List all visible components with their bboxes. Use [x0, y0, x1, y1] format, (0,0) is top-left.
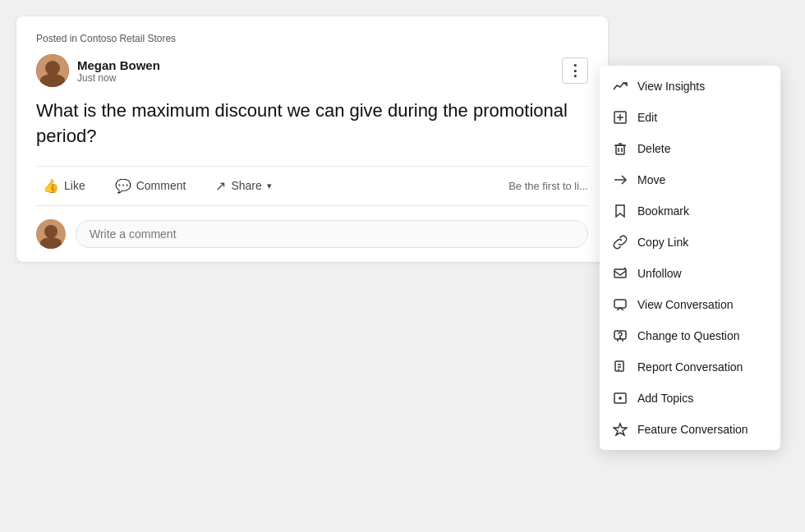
comment-section — [36, 205, 588, 262]
menu-item-edit[interactable]: Edit — [600, 102, 780, 133]
author-details: Megan Bowen Just now — [77, 58, 160, 84]
menu-item-view-conversation[interactable]: View Conversation — [600, 289, 780, 320]
author-info: Megan Bowen Just now — [36, 54, 160, 87]
view-conversation-icon — [613, 297, 628, 312]
posted-in-label: Posted in Contoso Retail Stores — [36, 33, 588, 44]
svg-rect-9 — [614, 269, 626, 277]
author-time: Just now — [77, 72, 160, 84]
context-menu: View Insights Edit Delete Move — [600, 66, 780, 450]
menu-item-delete[interactable]: Delete — [600, 133, 780, 164]
menu-item-feature-conversation[interactable]: Feature Conversation — [600, 414, 780, 445]
more-options-button[interactable]: ⋮ — [562, 57, 588, 84]
actions-row: 👍 Like 💬 Comment ↗ Share ▾ Be the first … — [36, 166, 588, 205]
like-button[interactable]: 👍 Like — [36, 175, 92, 197]
be-first-label: Be the first to li... — [508, 180, 588, 192]
post-title: What is the maximum discount we can give… — [36, 99, 588, 149]
menu-item-change-to-question[interactable]: Change to Question — [600, 320, 780, 351]
svg-marker-23 — [614, 424, 627, 435]
comment-button[interactable]: 💬 Comment — [108, 175, 193, 197]
more-dots-icon: ⋮ — [568, 62, 582, 80]
post-card: Posted in Contoso Retail Stores Megan Bo… — [16, 16, 608, 262]
menu-item-unfollow[interactable]: Unfollow — [600, 258, 780, 289]
like-icon: 👍 — [43, 178, 59, 194]
delete-icon — [613, 141, 628, 156]
unfollow-icon — [613, 266, 628, 281]
menu-item-add-topics[interactable]: Add Topics — [600, 383, 780, 414]
author-row: Megan Bowen Just now ⋮ — [36, 54, 588, 87]
menu-item-view-insights[interactable]: View Insights — [600, 71, 780, 102]
share-button[interactable]: ↗ Share ▾ — [209, 175, 278, 197]
author-name: Megan Bowen — [77, 58, 160, 72]
menu-item-bookmark[interactable]: Bookmark — [600, 195, 780, 227]
edit-icon — [613, 110, 628, 125]
add-topics-icon — [613, 391, 628, 406]
commenter-avatar — [36, 219, 66, 249]
comment-input[interactable] — [76, 220, 588, 248]
author-avatar — [36, 54, 69, 87]
copy-link-icon — [613, 235, 628, 250]
menu-item-move[interactable]: Move — [600, 164, 780, 195]
move-icon — [613, 172, 628, 187]
actions-left: 👍 Like 💬 Comment ↗ Share ▾ — [36, 175, 278, 197]
share-chevron-icon: ▾ — [267, 181, 272, 191]
share-label: Share — [231, 179, 261, 192]
report-icon — [613, 360, 628, 374]
menu-item-copy-link[interactable]: Copy Link — [600, 227, 780, 258]
comment-label: Comment — [136, 179, 186, 192]
feature-conversation-icon — [613, 422, 628, 437]
like-label: Like — [64, 179, 85, 192]
comment-icon: 💬 — [115, 178, 131, 194]
bookmark-icon — [613, 204, 628, 218]
share-icon: ↗ — [215, 178, 226, 194]
menu-item-report-conversation[interactable]: Report Conversation — [600, 351, 780, 383]
svg-rect-11 — [614, 300, 626, 308]
change-to-question-icon — [613, 328, 628, 343]
view-insights-icon — [613, 79, 628, 94]
svg-point-15 — [620, 338, 621, 339]
svg-rect-3 — [616, 145, 624, 154]
